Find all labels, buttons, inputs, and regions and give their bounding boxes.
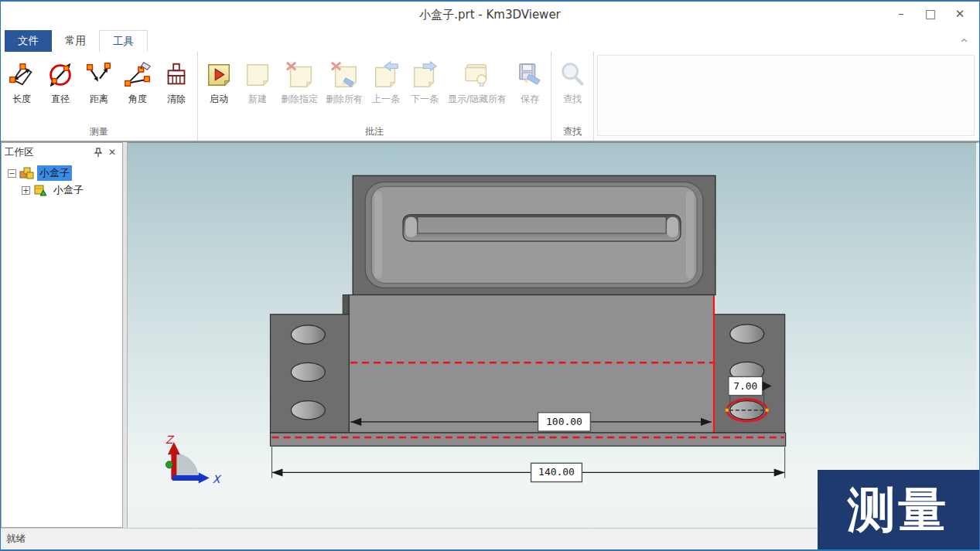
find-button-label: 查找 bbox=[563, 93, 582, 106]
annotation-delete-selected-button: 删除指定 bbox=[277, 56, 322, 108]
workspace-close-icon[interactable]: ✕ bbox=[105, 145, 119, 159]
new-note-icon bbox=[242, 59, 273, 91]
model-box[interactable] bbox=[270, 175, 785, 446]
annotation-delete-all-label: 删除所有 bbox=[326, 93, 363, 106]
collapse-box-icon[interactable]: − bbox=[8, 169, 16, 178]
annotation-start-label: 启动 bbox=[210, 93, 228, 106]
tab-tools[interactable]: 工具 bbox=[99, 30, 148, 52]
ribbon-empty-area bbox=[597, 55, 975, 136]
annotation-save-label: 保存 bbox=[521, 93, 539, 106]
tree-row-assembly[interactable]: − 小盒子 bbox=[2, 165, 122, 182]
workspace-title: 工作区 bbox=[5, 146, 91, 159]
distance-icon bbox=[84, 59, 114, 91]
previous-note-icon bbox=[370, 59, 401, 91]
app-window: 小盒子.prt - Km3DViewer – □ ✕ 文件 常用 工具 ^ bbox=[0, 0, 980, 551]
model-tree: − 小盒子 + bbox=[2, 162, 122, 527]
diameter-button[interactable]: 直径 bbox=[41, 56, 80, 108]
dimension-base-width: 140.00 bbox=[271, 447, 784, 481]
annotation-start-button[interactable]: 启动 bbox=[200, 56, 238, 108]
diameter-icon bbox=[45, 59, 76, 91]
annotation-previous-label: 上一条 bbox=[372, 93, 400, 106]
coordinate-triad: Z X bbox=[166, 434, 222, 485]
distance-button[interactable]: 距离 bbox=[80, 56, 118, 108]
x-axis-arrow-icon bbox=[199, 472, 210, 483]
clear-button-label: 清除 bbox=[167, 93, 186, 106]
x-axis-label: X bbox=[213, 472, 222, 485]
annotation-new-button: 新建 bbox=[238, 56, 277, 108]
ribbon-group-find: 查找 查找 bbox=[551, 52, 594, 141]
length-icon bbox=[6, 59, 37, 91]
annotation-next-button: 下一条 bbox=[405, 56, 444, 108]
assembly-icon bbox=[19, 167, 35, 180]
ribbon: 长度 直径 bbox=[1, 52, 979, 142]
window-title: 小盒子.prt - Km3DViewer bbox=[1, 8, 979, 22]
clear-brush-icon bbox=[161, 59, 192, 91]
next-note-icon bbox=[409, 59, 440, 91]
angle-icon bbox=[122, 59, 153, 91]
angle-button[interactable]: 角度 bbox=[118, 56, 157, 108]
angle-button-label: 角度 bbox=[128, 93, 147, 106]
find-button: 查找 bbox=[553, 56, 592, 108]
group-label-find: 查找 bbox=[553, 125, 592, 141]
save-disk-icon bbox=[514, 59, 545, 91]
annotation-showhide-button: 显示/隐藏所有 bbox=[444, 56, 510, 108]
group-label-measure: 测量 bbox=[2, 125, 196, 141]
tree-node-label[interactable]: 小盒子 bbox=[51, 182, 86, 198]
ribbon-group-annotation: 启动 新建 bbox=[198, 52, 551, 141]
start-note-icon bbox=[203, 59, 234, 91]
pin-icon[interactable] bbox=[91, 145, 105, 159]
measure-badge: 测量 bbox=[818, 470, 979, 549]
title-bar: 小盒子.prt - Km3DViewer – □ ✕ bbox=[1, 2, 979, 28]
annotation-delete-all-button: 删除所有 bbox=[322, 56, 367, 108]
annotation-new-label: 新建 bbox=[248, 93, 267, 106]
dimension-value-hole-diameter[interactable]: 7.00 bbox=[733, 379, 757, 391]
close-button[interactable]: ✕ bbox=[945, 3, 975, 25]
workspace-panel: 工作区 ✕ − bbox=[1, 142, 123, 528]
measure-badge-label: 测量 bbox=[848, 478, 950, 542]
part-icon bbox=[33, 184, 49, 197]
dimension-value-base-width[interactable]: 140.00 bbox=[538, 466, 575, 478]
group-label-annotation: 批注 bbox=[200, 125, 549, 141]
find-magnifier-icon bbox=[557, 59, 588, 91]
delete-selected-note-icon bbox=[284, 59, 315, 91]
y-axis-dot-icon bbox=[166, 461, 172, 468]
diameter-button-label: 直径 bbox=[51, 93, 70, 106]
annotation-showhide-label: 显示/隐藏所有 bbox=[448, 93, 507, 106]
minimize-button[interactable]: – bbox=[886, 3, 916, 25]
tab-file[interactable]: 文件 bbox=[5, 30, 52, 52]
annotation-save-button: 保存 bbox=[510, 56, 549, 108]
annotation-delete-selected-label: 删除指定 bbox=[281, 93, 318, 106]
clear-button[interactable]: 清除 bbox=[157, 56, 196, 108]
ribbon-group-measure: 长度 直径 bbox=[1, 52, 198, 141]
length-button[interactable]: 长度 bbox=[2, 56, 41, 108]
expand-box-icon[interactable]: + bbox=[22, 186, 30, 195]
annotation-previous-button: 上一条 bbox=[367, 56, 405, 108]
ribbon-tab-row: 文件 常用 工具 ^ bbox=[1, 28, 979, 52]
dimension-value-body-width[interactable]: 100.00 bbox=[546, 416, 582, 427]
workspace-panel-header: 工作区 ✕ bbox=[2, 143, 122, 162]
distance-button-label: 距离 bbox=[90, 93, 108, 106]
annotation-next-label: 下一条 bbox=[411, 93, 439, 106]
tab-home[interactable]: 常用 bbox=[52, 30, 99, 52]
tree-row-part[interactable]: + 小盒子 bbox=[2, 182, 122, 199]
length-button-label: 长度 bbox=[12, 93, 31, 106]
status-text: 就绪 bbox=[6, 532, 26, 546]
tree-node-label[interactable]: 小盒子 bbox=[37, 165, 72, 181]
delete-all-note-icon bbox=[329, 59, 360, 91]
showhide-folder-icon bbox=[462, 59, 493, 91]
maximize-button[interactable]: □ bbox=[916, 3, 945, 25]
window-controls: – □ ✕ bbox=[886, 3, 975, 25]
ribbon-collapse-icon[interactable]: ^ bbox=[960, 37, 968, 49]
